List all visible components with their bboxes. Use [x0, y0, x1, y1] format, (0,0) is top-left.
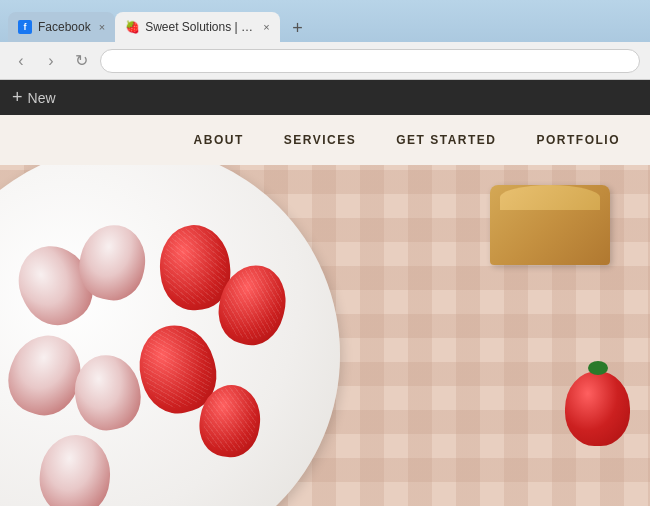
- tab-facebook[interactable]: f Facebook ×: [8, 12, 115, 42]
- refresh-button[interactable]: ↻: [70, 51, 92, 70]
- browser-chrome: f Facebook × 🍓 Sweet Solutions | Web des…: [0, 0, 650, 80]
- tab-bar: f Facebook × 🍓 Sweet Solutions | Web des…: [0, 0, 650, 42]
- new-plus-icon: +: [12, 87, 23, 108]
- nav-about[interactable]: ABOUT: [194, 133, 244, 147]
- new-speed-dial-button[interactable]: + New: [12, 87, 56, 108]
- tab-sweet-solutions-close[interactable]: ×: [263, 21, 269, 33]
- website-content: ABOUT SERVICES GET STARTED PORTFOLIO: [0, 115, 650, 506]
- hero-image: [0, 165, 650, 506]
- lone-strawberry-right: [565, 371, 630, 446]
- forward-button[interactable]: ›: [40, 52, 62, 70]
- nav-portfolio[interactable]: PORTFOLIO: [537, 133, 621, 147]
- tab-sweet-solutions[interactable]: 🍓 Sweet Solutions | Web desi... ×: [115, 12, 279, 42]
- new-button-label: New: [28, 90, 56, 106]
- browser-toolbar: ‹ › ↻: [0, 42, 650, 80]
- tab-sweet-solutions-label: Sweet Solutions | Web desi...: [145, 20, 255, 34]
- back-button[interactable]: ‹: [10, 52, 32, 70]
- address-bar[interactable]: [100, 49, 640, 73]
- facebook-favicon: f: [18, 20, 32, 34]
- website-nav: ABOUT SERVICES GET STARTED PORTFOLIO: [0, 115, 650, 165]
- nav-get-started[interactable]: GET STARTED: [396, 133, 496, 147]
- tab-facebook-label: Facebook: [38, 20, 91, 34]
- nav-services[interactable]: SERVICES: [284, 133, 356, 147]
- tab-facebook-close[interactable]: ×: [99, 21, 105, 33]
- bookmarks-bar: + New: [0, 80, 650, 115]
- bread: [490, 185, 610, 265]
- new-tab-button[interactable]: +: [284, 14, 312, 42]
- sweet-solutions-favicon: 🍓: [125, 20, 139, 34]
